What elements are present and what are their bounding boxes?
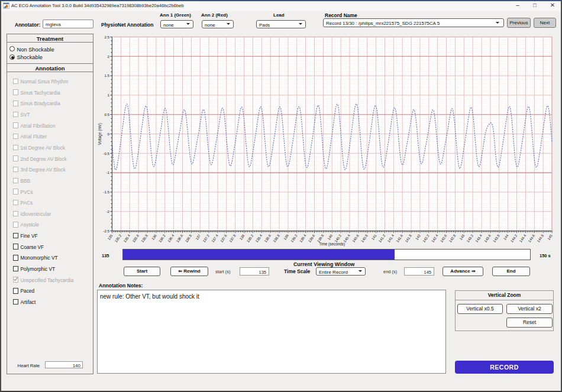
svg-text:136.6: 136.6 [176, 234, 184, 243]
svg-text:140: 140 [327, 234, 334, 241]
svg-text:143: 143 [459, 234, 466, 241]
svg-text:Time (seconds): Time (seconds) [319, 242, 345, 247]
svg-text:1.5: 1.5 [104, 73, 109, 77]
svg-text:142: 142 [415, 234, 421, 241]
svg-text:136.8: 136.8 [185, 234, 193, 243]
svg-text:0.5: 0.5 [104, 112, 109, 116]
svg-text:143.4: 143.4 [475, 234, 483, 243]
svg-text:141.8: 141.8 [405, 234, 413, 243]
svg-text:137.4: 137.4 [211, 234, 219, 243]
svg-text:135.2: 135.2 [114, 234, 122, 243]
svg-text:0: 0 [108, 132, 110, 136]
svg-text:-0.5: -0.5 [103, 151, 109, 155]
svg-text:139: 139 [283, 234, 289, 241]
svg-text:2: 2 [108, 54, 110, 59]
svg-text:144.6: 144.6 [528, 234, 536, 243]
svg-text:144.2: 144.2 [510, 234, 518, 243]
svg-text:-1.5: -1.5 [103, 190, 109, 194]
svg-text:136.4: 136.4 [167, 234, 175, 243]
svg-text:144.8: 144.8 [537, 234, 545, 243]
svg-text:135: 135 [107, 234, 114, 241]
svg-text:-2.5: -2.5 [103, 229, 109, 233]
svg-text:143.8: 143.8 [492, 234, 500, 243]
svg-text:141.2: 141.2 [378, 234, 386, 243]
svg-text:137.8: 137.8 [228, 234, 237, 243]
svg-text:136.2: 136.2 [158, 234, 166, 243]
svg-text:142.4: 142.4 [431, 234, 439, 243]
svg-text:-2: -2 [106, 209, 109, 213]
svg-text:135.6: 135.6 [132, 234, 140, 243]
svg-text:135.8: 135.8 [140, 234, 148, 243]
svg-text:1: 1 [108, 93, 110, 97]
svg-text:142.2: 142.2 [422, 234, 430, 243]
svg-text:138.2: 138.2 [246, 234, 254, 243]
svg-text:Voltage (mV): Voltage (mV) [98, 123, 102, 145]
svg-text:141.6: 141.6 [396, 234, 404, 243]
svg-text:135.4: 135.4 [123, 234, 131, 243]
svg-text:142.8: 142.8 [448, 234, 457, 243]
svg-text:139.6: 139.6 [308, 234, 316, 243]
svg-text:138.4: 138.4 [255, 234, 263, 243]
svg-text:141.4: 141.4 [387, 234, 395, 243]
svg-text:145: 145 [547, 234, 553, 241]
svg-text:139.4: 139.4 [299, 234, 307, 243]
svg-text:144.4: 144.4 [519, 234, 527, 243]
svg-text:136: 136 [151, 234, 157, 241]
svg-text:140.8: 140.8 [360, 234, 369, 243]
svg-text:141: 141 [371, 234, 377, 241]
svg-text:139.2: 139.2 [290, 234, 298, 243]
svg-text:138.6: 138.6 [264, 234, 272, 243]
svg-text:137: 137 [195, 234, 202, 241]
svg-text:137.2: 137.2 [202, 234, 211, 243]
svg-text:143.2: 143.2 [466, 234, 474, 243]
svg-text:138.8: 138.8 [273, 234, 281, 243]
svg-text:137.6: 137.6 [219, 234, 228, 243]
svg-text:143.6: 143.6 [483, 234, 492, 243]
svg-text:138: 138 [239, 234, 246, 241]
svg-text:142.6: 142.6 [440, 234, 448, 243]
svg-text:-1: -1 [106, 170, 109, 174]
svg-text:2.5: 2.5 [104, 35, 109, 39]
svg-text:144: 144 [503, 234, 509, 241]
svg-text:140.6: 140.6 [351, 234, 360, 243]
